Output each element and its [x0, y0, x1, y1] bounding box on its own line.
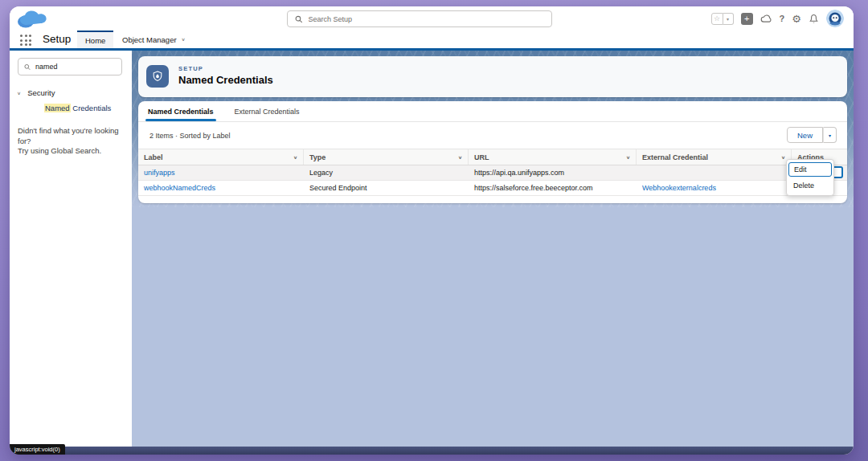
column-label: External Credential [642, 153, 708, 161]
tab-object-manager[interactable]: Object Manager ∨ [114, 31, 194, 48]
page-header-card: SETUP Named Credentials [138, 56, 847, 97]
favorites-control: ☆ ▾ [711, 13, 734, 25]
help-line-1: Didn't find what you're looking for? [18, 126, 129, 146]
favorites-star-icon[interactable]: ☆ [711, 13, 723, 25]
named-credentials-card: Named Credentials External Credentials 2… [138, 101, 847, 203]
new-split-button: New ▾ [787, 127, 837, 143]
quick-create-icon[interactable]: + [741, 13, 753, 25]
table-header-row: Label ∨ Type ∨ URL ∨ External Credenti [138, 149, 847, 165]
row-external-credential [637, 165, 792, 180]
table-row: webhookNamedCreds Secured Endpoint https… [138, 181, 847, 196]
chevron-down-icon: ∨ [182, 37, 186, 42]
column-header-type[interactable]: Type ∨ [304, 149, 469, 165]
search-match-highlight: Named [44, 104, 71, 112]
window-bottom-strip [10, 447, 854, 455]
tab-external-credentials[interactable]: External Credentials [235, 101, 300, 121]
help-icon[interactable]: ? [780, 14, 785, 23]
sort-chevron-icon[interactable]: ∨ [626, 154, 630, 159]
column-label: Label [144, 153, 163, 161]
column-header-external-credential[interactable]: External Credential ∨ [637, 149, 792, 165]
desktop-background: ☆ ▾ + ? ⚙ [0, 0, 868, 461]
page-eyebrow: SETUP [178, 65, 203, 72]
tab-home[interactable]: Home [77, 31, 113, 48]
browser-window: ☆ ▾ + ? ⚙ [10, 6, 854, 455]
row-type: Secured Endpoint [304, 181, 469, 195]
global-search-input[interactable] [308, 15, 544, 23]
row-url: https://api.qa.unifyapps.com [469, 165, 637, 180]
row-label-link[interactable]: webhookNamedCreds [138, 181, 304, 195]
setup-sidebar: ∨ Security Named Credentials Didn't find… [10, 51, 132, 447]
list-toolbar: 2 Items · Sorted by Label New ▾ [138, 122, 847, 149]
search-icon [24, 63, 31, 71]
row-url: https://salseforce.free.beeceptor.com [469, 181, 637, 195]
global-header: ☆ ▾ + ? ⚙ [10, 6, 854, 31]
tree-section-label: Security [27, 88, 55, 97]
page-title: Named Credentials [178, 74, 273, 86]
setup-main-area: SETUP Named Credentials Named Credential… [132, 51, 854, 447]
sidebar-search-input[interactable] [35, 63, 116, 71]
global-search[interactable] [287, 10, 552, 27]
credentials-table: Label ∨ Type ∨ URL ∨ External Credenti [138, 149, 847, 196]
sidebar-help-text: Didn't find what you're looking for? Try… [18, 126, 129, 157]
trailhead-cloud-icon[interactable] [760, 14, 772, 23]
app-title: Setup [43, 33, 71, 45]
sort-chevron-icon[interactable]: ∨ [781, 154, 785, 159]
list-summary: 2 Items · Sorted by Label [149, 132, 231, 140]
menu-item-delete[interactable]: Delete [787, 178, 833, 193]
salesforce-logo-icon [16, 8, 51, 30]
sidebar-search[interactable] [18, 58, 122, 75]
bell-icon[interactable] [809, 13, 819, 24]
column-label: Type [309, 153, 326, 161]
header-actions: ☆ ▾ + ? ⚙ [711, 10, 844, 27]
menu-item-edit[interactable]: Edit [788, 162, 832, 177]
link-status-tooltip: javascript:void(0) [10, 444, 65, 455]
row-type: Legacy [304, 165, 469, 180]
row-label-link[interactable]: unifyapps [138, 165, 304, 180]
gear-icon[interactable]: ⚙ [792, 14, 801, 24]
column-header-url[interactable]: URL ∨ [469, 149, 637, 165]
chevron-down-icon[interactable]: ∨ [17, 90, 21, 95]
search-icon [295, 15, 302, 23]
new-button-chevron-icon[interactable]: ▾ [823, 127, 837, 143]
sort-chevron-icon[interactable]: ∨ [293, 154, 297, 159]
row-actions-context-menu: Edit Delete [786, 159, 834, 196]
tab-object-manager-label: Object Manager [122, 35, 177, 44]
tree-section-security[interactable]: ∨ Security [17, 88, 55, 97]
new-button[interactable]: New [787, 127, 823, 143]
tree-item-named-credentials[interactable]: Named Credentials [44, 104, 111, 112]
tree-item-label-rest: Credentials [71, 104, 112, 112]
user-avatar[interactable] [826, 10, 844, 27]
column-label: URL [474, 153, 489, 161]
app-launcher-icon[interactable] [20, 35, 31, 46]
row-external-credential-link[interactable]: Webhookexternalcreds [637, 181, 792, 195]
tab-named-credentials[interactable]: Named Credentials [148, 101, 214, 121]
security-shield-icon [146, 65, 169, 88]
content-tabs: Named Credentials External Credentials [138, 101, 847, 122]
setup-nav-bar: Setup Home Object Manager ∨ [10, 31, 854, 51]
table-row: unifyapps Legacy https://api.qa.unifyapp… [138, 165, 847, 181]
sort-chevron-icon[interactable]: ∨ [458, 154, 462, 159]
column-header-label[interactable]: Label ∨ [138, 149, 304, 165]
help-line-2: Try using Global Search. [18, 146, 129, 157]
favorites-chevron-icon[interactable]: ▾ [723, 13, 734, 25]
